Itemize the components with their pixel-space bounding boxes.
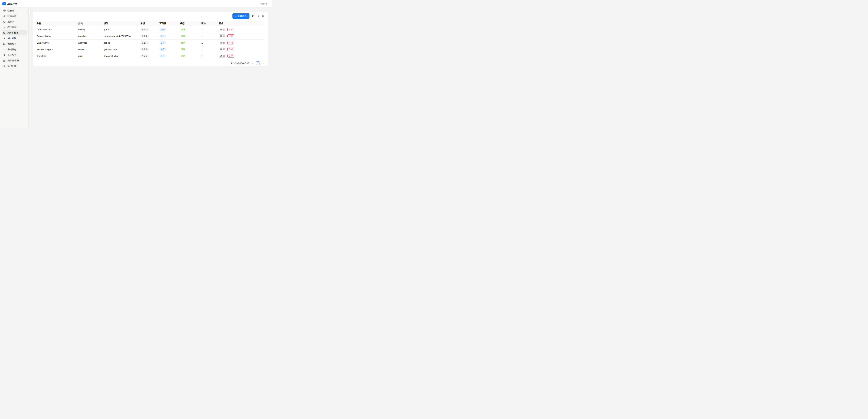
agent-template-card: + 新建模板 [33,12,268,66]
bar-chart-icon [3,43,6,45]
settings-icon[interactable] [262,15,265,18]
status-badge: 活跃 [180,41,186,44]
sidebar-item-operation-logs[interactable]: 操作日志 [2,64,27,69]
chevron-left-icon [252,62,253,64]
status-badge: 活跃 [180,48,186,51]
column-header-status: 状态 [179,21,200,26]
cell-version: 1 [200,46,218,53]
cell-category: coding [78,26,103,33]
source-badge: 自定义 [141,35,149,37]
source-badge: 自定义 [141,28,149,31]
sidebar-item-system-config[interactable]: 系统配置 [2,53,27,58]
sidebar-item-usage-stats[interactable]: 用量统计 [2,41,27,47]
visibility-badge: 公开 [159,55,166,57]
source-badge: 自定义 [141,55,149,57]
sidebar-item-accounts[interactable]: 账号管理 [2,13,27,19]
app-logo: Z [2,2,6,5]
archive-button[interactable]: 归 档 [227,54,234,58]
column-header-category: 分类 [78,21,103,26]
status-badge: 活跃 [180,35,186,37]
new-template-button[interactable]: + 新建模板 [232,13,249,19]
sidebar-item-label: 提示词管理 [7,59,19,62]
column-header-name: 名称 [36,21,78,26]
pagination-next-button[interactable] [261,61,265,65]
details-button[interactable]: 详 情 [219,54,226,58]
cell-model: gemini-2.5-pro [103,46,140,53]
swap-icon [3,48,6,51]
new-template-label: 新建模板 [238,14,247,18]
archive-button[interactable]: 归 档 [227,28,234,31]
cell-name: Code Assistant [36,26,78,33]
robot-icon [3,32,6,34]
cell-category: analytics [78,39,103,46]
key-icon [3,37,6,40]
cloud-icon [3,21,6,23]
cell-name: Content Writer [36,33,78,39]
sidebar-item-models[interactable]: 模型管理 [2,25,27,30]
table-toolbar: + 新建模板 [36,13,265,19]
cell-category: creative [78,33,103,39]
cell-model: gpt-4o [103,39,140,46]
column-header-actions: 操作 [218,21,265,26]
column-height-icon[interactable] [257,15,259,18]
sidebar-item-relay-tasks[interactable]: 中转任务 [2,47,27,52]
visibility-badge: 公开 [159,35,166,37]
cell-name: Data Analyst [36,39,78,46]
sidebar-item-label: 服务商 [7,20,14,23]
cell-version: 1 [200,33,218,39]
sidebar-item-label: Agent 模板 [7,31,19,34]
chevron-left-icon [28,10,30,12]
table-row: Research Agent research gemini-2.5-pro 自… [36,46,265,53]
details-button[interactable]: 详 情 [219,41,226,44]
cell-version: 1 [200,26,218,33]
pagination-total: 第 1-5 条/总共 5 条 [230,62,249,65]
cell-category: research [78,46,103,53]
sidebar-item-agent-templates[interactable]: Agent 模板 [2,30,27,35]
column-header-visibility: 可见性 [159,21,179,26]
column-header-model: 模型 [103,21,140,26]
archive-button[interactable]: 归 档 [227,48,234,51]
sidebar-item-providers[interactable]: 服务商 [2,19,27,24]
api-icon [3,26,6,29]
cell-version: 1 [200,39,218,46]
column-header-source: 来源 [140,21,158,26]
details-button[interactable]: 详 情 [219,28,226,31]
pagination-prev-button[interactable] [251,61,254,65]
table-row: Translator utility deepseek-chat 自定义 公开 … [36,53,265,59]
pagination-page-1[interactable]: 1 [256,61,260,65]
archive-button[interactable]: 归 档 [227,34,234,38]
archive-button[interactable]: 归 档 [227,41,234,44]
sidebar-collapse-button[interactable] [27,10,30,13]
user-menu[interactable]: Admin [260,2,267,5]
cell-name: Research Agent [36,46,78,53]
status-badge: 活跃 [180,28,186,31]
sidebar-item-api-keys[interactable]: API 密钥 [2,36,27,41]
visibility-badge: 公开 [159,28,166,31]
details-button[interactable]: 详 情 [219,34,226,38]
column-header-version: 版本 [200,21,218,26]
table-row: Data Analyst analytics gpt-4o 自定义 公开 活跃 … [36,39,265,46]
cell-model: deepseek-chat [103,53,140,59]
cell-version: 1 [200,53,218,59]
main-content: + 新建模板 [29,7,272,128]
gear-icon [3,54,6,56]
plus-icon: + [235,15,237,18]
sidebar-item-label: 用量统计 [7,42,17,46]
logo-letter: Z [3,3,5,5]
dashboard-icon [3,9,6,12]
sidebar-item-dashboard[interactable]: 仪表盘 [2,8,27,13]
sidebar-item-label: 模型管理 [7,26,17,29]
app-header: Z ZCLAW Admin [0,0,272,7]
sidebar-item-prompt-management[interactable]: 提示词管理 [2,58,27,63]
message-icon [3,59,6,62]
table-row: Code Assistant coding gpt-4o 自定义 公开 活跃 1… [36,26,265,33]
sidebar-item-label: API 密钥 [7,37,16,40]
agent-template-table: 名称 分类 模型 来源 可见性 状态 版本 操作 Code Assistant … [36,21,265,59]
details-button[interactable]: 详 情 [219,48,226,51]
sidebar-item-label: 操作日志 [7,65,17,68]
sidebar-item-label: 仪表盘 [7,9,14,12]
file-icon [3,65,6,67]
refresh-icon[interactable] [252,15,254,18]
cell-name: Translator [36,53,78,59]
sidebar-item-label: 系统配置 [7,54,17,57]
